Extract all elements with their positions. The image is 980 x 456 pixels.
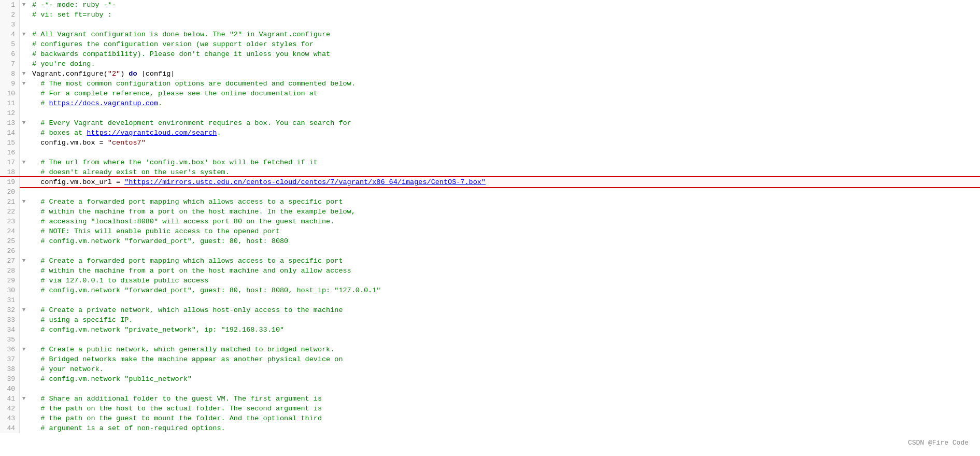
code-content: # Every Vagrant development environment … bbox=[28, 118, 980, 128]
fold-icon bbox=[20, 148, 28, 158]
code-line: 24 # NOTE: This will enable public acces… bbox=[0, 226, 980, 236]
line-number: 3 bbox=[0, 20, 20, 30]
code-content: # Bridged networks make the machine appe… bbox=[28, 354, 980, 364]
line-number: 22 bbox=[0, 207, 20, 217]
fold-icon bbox=[20, 236, 28, 246]
line-number: 5 bbox=[0, 39, 20, 49]
fold-icon bbox=[20, 108, 28, 118]
code-line: 26 bbox=[0, 246, 980, 256]
code-segment: # Share an additional folder to the gues… bbox=[32, 395, 322, 403]
code-segment: ) bbox=[120, 70, 129, 78]
code-content: # https://docs.vagrantup.com. bbox=[28, 98, 980, 108]
code-content: # NOTE: This will enable public access t… bbox=[28, 226, 980, 236]
code-line: 10 # For a complete reference, please se… bbox=[0, 89, 980, 98]
fold-icon[interactable]: ▼ bbox=[20, 79, 28, 89]
line-number: 25 bbox=[0, 236, 20, 246]
fold-icon[interactable]: ▼ bbox=[20, 345, 28, 354]
fold-icon[interactable]: ▼ bbox=[20, 256, 28, 266]
code-content: # config.vm.network "forwarded_port", gu… bbox=[28, 286, 980, 295]
line-number: 27 bbox=[0, 256, 20, 266]
code-line: 27▼ # Create a forwarded port mapping wh… bbox=[0, 256, 980, 266]
code-segment: # Create a forwarded port mapping which … bbox=[32, 198, 343, 206]
code-segment: "centos7" bbox=[108, 139, 146, 147]
code-segment: # via 127.0.0.1 to disable public access bbox=[32, 277, 208, 284]
code-segment[interactable]: "https://mirrors.ustc.edu.cn/centos-clou… bbox=[124, 178, 486, 186]
line-number: 13 bbox=[0, 118, 20, 128]
code-segment: # boxes at bbox=[32, 129, 87, 137]
code-area: 1▼# -*- mode: ruby -*-2# vi: set ft=ruby… bbox=[0, 0, 980, 456]
code-content: # you're doing. bbox=[28, 59, 980, 69]
code-content: # Create a forwarded port mapping which … bbox=[28, 256, 980, 266]
code-line: 17▼ # The url from where the 'config.vm.… bbox=[0, 158, 980, 167]
fold-icon bbox=[20, 384, 28, 394]
code-segment: # the path on the host to the actual fol… bbox=[32, 405, 322, 412]
line-number: 37 bbox=[0, 354, 20, 364]
fold-icon bbox=[20, 138, 28, 148]
code-segment: # For a complete reference, please see t… bbox=[32, 90, 318, 97]
code-line: 1▼# -*- mode: ruby -*- bbox=[0, 0, 980, 10]
fold-icon bbox=[20, 177, 28, 187]
code-segment: # Create a forwarded port mapping which … bbox=[32, 257, 343, 265]
line-number: 28 bbox=[0, 266, 20, 276]
code-segment: # accessing "localhost:8080" will access… bbox=[32, 218, 334, 225]
fold-icon bbox=[20, 128, 28, 138]
fold-icon bbox=[20, 226, 28, 236]
fold-icon bbox=[20, 39, 28, 49]
fold-icon[interactable]: ▼ bbox=[20, 0, 28, 10]
fold-icon bbox=[20, 217, 28, 226]
code-segment: # your network. bbox=[32, 365, 104, 373]
code-content: # The url from where the 'config.vm.box'… bbox=[28, 158, 980, 167]
code-content: config.vm.box_url = "https://mirrors.ust… bbox=[28, 177, 980, 187]
code-segment[interactable]: https://vagrantcloud.com/search bbox=[87, 129, 217, 137]
code-segment: # All Vagrant configuration is done belo… bbox=[32, 31, 330, 38]
line-number: 19 bbox=[0, 177, 20, 187]
code-line: 21▼ # Create a forwarded port mapping wh… bbox=[0, 197, 980, 207]
code-segment: config.vm.box_url = bbox=[32, 178, 124, 186]
fold-icon bbox=[20, 315, 28, 325]
code-content bbox=[28, 108, 980, 118]
code-content bbox=[28, 384, 980, 394]
line-number: 9 bbox=[0, 79, 20, 89]
code-line: 8▼Vagrant.configure("2") do |config| bbox=[0, 69, 980, 79]
fold-icon[interactable]: ▼ bbox=[20, 158, 28, 167]
fold-icon[interactable]: ▼ bbox=[20, 394, 28, 404]
code-segment: # config.vm.network "forwarded_port", gu… bbox=[32, 287, 380, 294]
code-line: 41▼ # Share an additional folder to the … bbox=[0, 394, 980, 404]
code-line: 3 bbox=[0, 20, 980, 30]
fold-icon[interactable]: ▼ bbox=[20, 197, 28, 207]
line-number: 33 bbox=[0, 315, 20, 325]
code-line: 6# backwards compatibility). Please don'… bbox=[0, 49, 980, 59]
fold-icon bbox=[20, 49, 28, 59]
code-content: # The most common configuration options … bbox=[28, 79, 980, 89]
code-segment: "2" bbox=[108, 70, 120, 78]
code-content: # config.vm.network "forwarded_port", gu… bbox=[28, 236, 980, 246]
code-line: 23 # accessing "localhost:8080" will acc… bbox=[0, 217, 980, 226]
code-content: # config.vm.network "public_network" bbox=[28, 374, 980, 384]
fold-icon bbox=[20, 335, 28, 345]
code-line: 2# vi: set ft=ruby : bbox=[0, 10, 980, 20]
fold-icon bbox=[20, 266, 28, 276]
line-number: 11 bbox=[0, 98, 20, 108]
code-segment: # vi: set ft=ruby : bbox=[32, 11, 112, 19]
line-number: 41 bbox=[0, 394, 20, 404]
fold-icon[interactable]: ▼ bbox=[20, 305, 28, 315]
fold-icon[interactable]: ▼ bbox=[20, 118, 28, 128]
fold-icon bbox=[20, 325, 28, 335]
code-line: 34 # config.vm.network "private_network"… bbox=[0, 325, 980, 335]
code-content bbox=[28, 187, 980, 197]
code-content: # accessing "localhost:8080" will access… bbox=[28, 217, 980, 226]
fold-icon[interactable]: ▼ bbox=[20, 69, 28, 79]
fold-icon bbox=[20, 374, 28, 384]
code-line: 13▼ # Every Vagrant development environm… bbox=[0, 118, 980, 128]
code-content: # Create a forwarded port mapping which … bbox=[28, 197, 980, 207]
fold-icon bbox=[20, 423, 28, 433]
code-segment: # configures the configuration version (… bbox=[32, 40, 314, 48]
code-segment: . bbox=[158, 99, 162, 107]
fold-icon[interactable]: ▼ bbox=[20, 30, 28, 39]
code-segment: # within the machine from a port on the … bbox=[32, 267, 351, 275]
code-segment[interactable]: https://docs.vagrantup.com bbox=[49, 99, 158, 107]
line-number: 29 bbox=[0, 276, 20, 286]
code-line: 7# you're doing. bbox=[0, 59, 980, 69]
fold-icon bbox=[20, 354, 28, 364]
code-segment: # within the machine from a port on the … bbox=[32, 208, 356, 216]
